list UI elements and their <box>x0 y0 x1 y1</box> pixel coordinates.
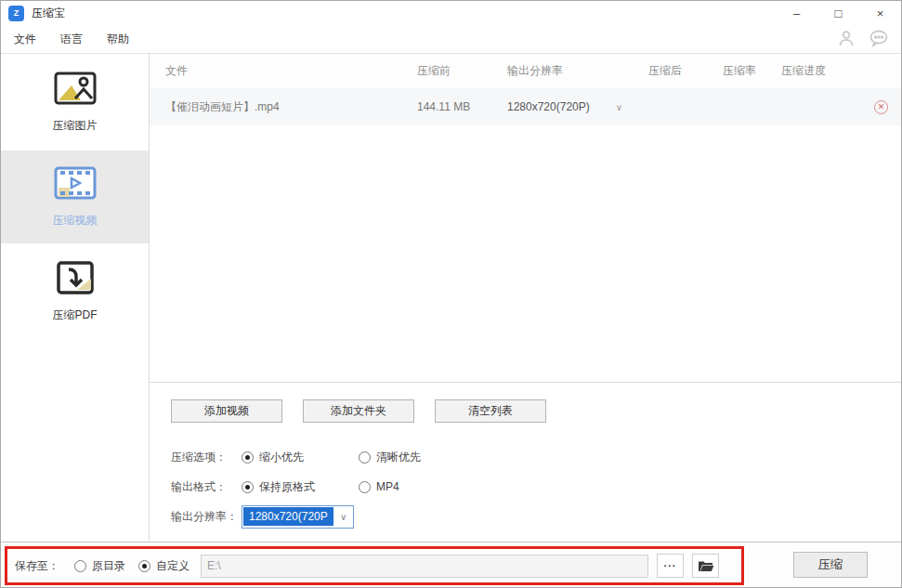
file-size-before: 144.11 MB <box>417 100 507 113</box>
radio-keep-original-format[interactable]: 保持原格式 <box>242 479 336 495</box>
sidebar-label-compress-video: 压缩视频 <box>53 213 98 229</box>
output-format-row: 输出格式： 保持原格式 MP4 <box>171 476 901 498</box>
col-header-ratio: 压缩率 <box>723 63 781 79</box>
output-format-label: 输出格式： <box>171 479 242 495</box>
annotation-red-box: 保存至： 原目录 自定义 ··· <box>5 546 744 585</box>
output-resolution-selected-value: 1280x720(720P <box>243 507 333 526</box>
sidebar-label-compress-image: 压缩图片 <box>53 118 98 134</box>
radio-keep-original-icon <box>242 481 254 493</box>
menu-language[interactable]: 语言 <box>60 32 83 47</box>
sidebar-item-compress-pdf[interactable]: 压缩PDF <box>1 245 149 338</box>
radio-custom-directory-icon <box>138 560 150 572</box>
maximize-button[interactable]: □ <box>817 1 859 25</box>
radio-original-directory-icon <box>74 560 86 572</box>
file-name: 【催泪动画短片】.mp4 <box>150 99 417 115</box>
radio-mp4-icon <box>359 481 371 493</box>
window-controls: – □ × <box>776 1 901 25</box>
output-resolution-row: 输出分辨率： 1280x720(720P ∨ <box>171 505 901 528</box>
menu-bar: 文件 语言 帮助 <box>1 25 901 54</box>
menu-file[interactable]: 文件 <box>14 32 36 47</box>
compress-option-label: 压缩选项： <box>171 450 242 465</box>
row-resolution-chevron-down-icon[interactable]: ∨ <box>616 102 622 112</box>
remove-file-icon[interactable]: ✕ <box>874 100 888 114</box>
compress-pdf-icon <box>55 260 96 298</box>
output-resolution-select[interactable]: 1280x720(720P ∨ <box>242 505 354 529</box>
radio-custom-directory[interactable]: 自定义 <box>138 558 190 574</box>
save-to-label: 保存至： <box>15 558 59 574</box>
compress-image-icon <box>53 71 98 109</box>
app-window: Z 压缩宝 – □ × 文件 语言 帮助 <box>0 0 902 588</box>
table-row[interactable]: 【催泪动画短片】.mp4 144.11 MB 1280x720(720P) ∨ … <box>150 88 901 125</box>
close-button[interactable]: × <box>859 1 901 25</box>
sidebar-label-compress-pdf: 压缩PDF <box>53 307 98 323</box>
radio-mp4[interactable]: MP4 <box>359 480 399 493</box>
feedback-chat-icon[interactable] <box>868 28 890 48</box>
user-account-icon[interactable] <box>836 28 856 48</box>
file-list-empty-area <box>150 125 901 382</box>
add-folder-button[interactable]: 添加文件夹 <box>303 399 414 423</box>
open-folder-button[interactable] <box>692 554 719 578</box>
compress-button[interactable]: 压缩 <box>793 552 868 578</box>
radio-clarity-priority-icon <box>359 451 371 464</box>
radio-original-directory[interactable]: 原目录 <box>74 558 125 574</box>
radio-clarity-priority[interactable]: 清晰优先 <box>359 450 421 465</box>
add-video-button[interactable]: 添加视频 <box>171 399 282 423</box>
compress-video-icon <box>53 165 98 203</box>
file-table-header: 文件 压缩前 输出分辨率 压缩后 压缩率 压缩进度 <box>150 54 901 88</box>
row-resolution-value[interactable]: 1280x720(720P) <box>507 100 590 113</box>
output-resolution-label: 输出分辨率： <box>171 509 242 525</box>
save-bar: 保存至： 原目录 自定义 ··· 压缩 <box>1 542 901 588</box>
menu-help[interactable]: 帮助 <box>107 32 129 47</box>
sidebar: 压缩图片 压缩视频 <box>1 54 150 542</box>
col-header-size-before: 压缩前 <box>417 63 507 79</box>
compress-option-row: 压缩选项： 缩小优先 清晰优先 <box>171 446 901 468</box>
controls-panel: 添加视频 添加文件夹 清空列表 压缩选项： 缩小优先 清晰优先 <box>150 382 901 542</box>
sidebar-item-compress-image[interactable]: 压缩图片 <box>1 56 149 149</box>
sidebar-item-compress-video[interactable]: 压缩视频 <box>1 150 149 243</box>
col-header-file: 文件 <box>150 63 417 79</box>
clear-list-button[interactable]: 清空列表 <box>435 399 546 423</box>
radio-size-priority-icon <box>242 451 254 464</box>
save-path-input[interactable] <box>201 555 648 578</box>
title-bar: Z 压缩宝 – □ × <box>1 1 901 25</box>
col-header-size-after: 压缩后 <box>648 63 723 79</box>
col-header-progress: 压缩进度 <box>781 63 854 79</box>
minimize-button[interactable]: – <box>776 1 817 25</box>
radio-size-priority[interactable]: 缩小优先 <box>242 450 336 465</box>
col-header-resolution: 输出分辨率 <box>507 63 648 79</box>
browse-ellipsis-button[interactable]: ··· <box>657 554 684 578</box>
output-resolution-chevron-down-icon[interactable]: ∨ <box>334 512 353 522</box>
folder-icon <box>698 559 714 572</box>
app-logo-icon: Z <box>8 6 24 21</box>
window-title: 压缩宝 <box>32 6 65 21</box>
